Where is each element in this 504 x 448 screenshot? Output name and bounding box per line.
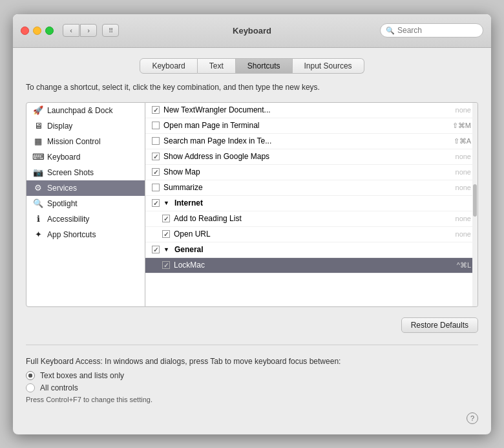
bottom-row: ? — [26, 412, 478, 424]
shortcut-list: ✓ New TextWrangler Document... none Open… — [145, 102, 478, 307]
sidebar-item-label: Mission Control — [47, 137, 101, 146]
shortcut-checkbox-lockmac[interactable]: ✓ — [162, 261, 170, 269]
shortcut-item-add-reading-list[interactable]: ✓ Add to Reading List none — [145, 211, 478, 227]
restore-defaults-button[interactable]: Restore Defaults — [401, 317, 478, 333]
shortcut-name: Internet — [174, 198, 471, 208]
shortcut-group-general[interactable]: ✓ ▼ General — [145, 242, 478, 258]
sidebar-item-spotlight[interactable]: 🔍 Spotlight — [26, 196, 145, 211]
close-button[interactable] — [21, 27, 29, 35]
shortcut-name: New TextWrangler Document... — [163, 105, 452, 114]
sidebar-item-mission-control[interactable]: ▦ Mission Control — [26, 134, 145, 149]
shortcut-item-show-address[interactable]: ✓ Show Address in Google Maps none — [145, 149, 478, 165]
shortcut-key: none — [456, 168, 471, 176]
shortcut-key: ⇧⌘A — [454, 137, 471, 145]
shortcut-checkbox-add-reading-list[interactable]: ✓ — [162, 215, 170, 222]
shortcut-checkbox-general[interactable]: ✓ — [152, 246, 160, 253]
search-input[interactable] — [397, 26, 478, 35]
shortcut-key: none — [456, 184, 471, 191]
shortcut-key: none — [456, 215, 471, 222]
shortcut-name: Open URL — [174, 229, 452, 239]
shortcut-checkbox-show-map[interactable]: ✓ — [152, 168, 160, 176]
main-area: 🚀 Launchpad & Dock 🖥 Display ▦ Mission C… — [26, 102, 478, 307]
radio-text-boxes[interactable]: Text boxes and lists only — [26, 371, 478, 380]
group-triangle-icon: ▼ — [163, 246, 169, 253]
radio-dot — [28, 374, 32, 378]
radio-circle-all-controls[interactable] — [26, 383, 35, 392]
grid-button[interactable]: ⠿ — [102, 24, 119, 37]
tab-bar: Keyboard Text Shortcuts Input Sources — [26, 58, 478, 74]
main-window: ‹ › ⠿ Keyboard 🔍 Keyboard Text Shortcuts… — [13, 14, 491, 434]
shortcut-name: Show Address in Google Maps — [163, 152, 452, 161]
sidebar-item-services[interactable]: ⚙ Services — [26, 180, 145, 196]
services-icon: ⚙ — [33, 183, 43, 193]
radio-all-controls[interactable]: All controls — [26, 383, 478, 392]
shortcut-name: Search man Page Index in Te... — [163, 136, 450, 145]
sidebar-item-label: Screen Shots — [47, 168, 94, 177]
shortcut-name: Add to Reading List — [174, 214, 452, 223]
radio-label-all-controls: All controls — [40, 383, 78, 392]
tab-shortcuts[interactable]: Shortcuts — [236, 58, 293, 74]
shortcut-item-new-textwrangler[interactable]: ✓ New TextWrangler Document... none — [145, 103, 478, 118]
restore-row: Restore Defaults — [26, 317, 478, 333]
sidebar-item-label: Accessibility — [47, 215, 89, 224]
accessibility-icon: ℹ — [33, 214, 43, 224]
spotlight-icon: 🔍 — [33, 198, 43, 209]
back-button[interactable]: ‹ — [63, 24, 79, 37]
minimize-button[interactable] — [33, 27, 41, 35]
shortcut-checkbox-summarize[interactable] — [152, 184, 160, 191]
sidebar-item-label: Keyboard — [47, 153, 80, 162]
tab-text[interactable]: Text — [198, 58, 236, 74]
sidebar-item-app-shortcuts[interactable]: ✦ App Shortcuts — [26, 227, 145, 242]
instruction-text: To change a shortcut, select it, click t… — [26, 83, 478, 92]
shortcut-checkbox-open-url[interactable]: ✓ — [162, 230, 170, 238]
sidebar-item-accessibility[interactable]: ℹ Accessibility — [26, 211, 145, 227]
nav-buttons: ‹ › — [63, 24, 97, 37]
shortcut-key: none — [456, 153, 471, 160]
display-icon: 🖥 — [33, 121, 43, 131]
search-bar[interactable]: 🔍 — [380, 23, 483, 37]
full-keyboard-access-section: Full Keyboard Access: In windows and dia… — [26, 357, 478, 403]
sidebar-item-display[interactable]: 🖥 Display — [26, 118, 145, 134]
shortcut-checkbox-search-man-page[interactable] — [152, 137, 160, 145]
shortcut-item-show-map[interactable]: ✓ Show Map none — [145, 165, 478, 180]
shortcut-item-search-man-page[interactable]: Search man Page Index in Te... ⇧⌘A — [145, 134, 478, 149]
titlebar: ‹ › ⠿ Keyboard 🔍 — [13, 14, 491, 48]
shortcut-item-open-url[interactable]: ✓ Open URL none — [145, 227, 478, 242]
sidebar-item-label: Spotlight — [47, 199, 78, 208]
shortcut-checkbox-show-address[interactable]: ✓ — [152, 153, 160, 160]
sidebar-item-label: Launchpad & Dock — [47, 106, 112, 115]
sidebar-item-keyboard[interactable]: ⌨ Keyboard — [26, 149, 145, 165]
shortcut-checkbox-open-man-page[interactable] — [152, 122, 160, 129]
shortcut-name: LockMac — [174, 261, 453, 270]
help-button[interactable]: ? — [467, 412, 478, 424]
sidebar-item-launchpad[interactable]: 🚀 Launchpad & Dock — [26, 103, 145, 118]
maximize-button[interactable] — [45, 27, 54, 35]
screen-shots-icon: 📷 — [33, 167, 43, 178]
shortcut-key: ⇧⌘M — [452, 122, 471, 130]
shortcut-key: none — [456, 230, 471, 238]
launchpad-icon: 🚀 — [33, 105, 43, 116]
shortcut-name: Open man Page in Terminal — [163, 121, 448, 130]
sidebar-item-label: App Shortcuts — [47, 230, 96, 239]
separator — [26, 345, 478, 345]
traffic-lights — [21, 27, 54, 35]
window-title: Keyboard — [233, 26, 271, 36]
fka-title: Full Keyboard Access: In windows and dia… — [26, 357, 478, 366]
radio-circle-text-boxes[interactable] — [26, 371, 35, 380]
shortcut-key: ^⌘L — [457, 261, 471, 270]
app-shortcuts-icon: ✦ — [33, 229, 43, 240]
shortcut-item-open-man-page[interactable]: Open man Page in Terminal ⇧⌘M — [145, 118, 478, 134]
shortcut-item-lockmac[interactable]: ✓ LockMac ^⌘L — [145, 258, 478, 273]
sidebar-item-screen-shots[interactable]: 📷 Screen Shots — [26, 165, 145, 180]
shortcut-group-internet[interactable]: ✓ ▼ Internet — [145, 196, 478, 211]
shortcut-checkbox-new-textwrangler[interactable]: ✓ — [152, 106, 160, 114]
tab-keyboard[interactable]: Keyboard — [140, 58, 197, 74]
keyboard-icon: ⌨ — [33, 152, 43, 162]
shortcut-item-summarize[interactable]: Summarize none — [145, 180, 478, 196]
tab-input-sources[interactable]: Input Sources — [293, 58, 364, 74]
fka-note: Press Control+F7 to change this setting. — [26, 396, 478, 403]
shortcut-name: Summarize — [163, 183, 452, 192]
forward-button[interactable]: › — [80, 24, 97, 37]
shortcut-checkbox-internet[interactable]: ✓ — [152, 199, 160, 207]
group-triangle-icon: ▼ — [163, 200, 169, 206]
